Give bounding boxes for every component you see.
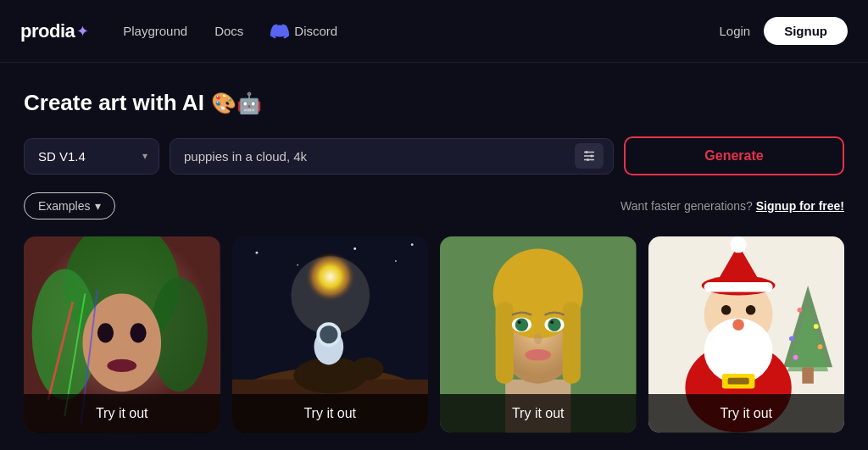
svg-point-46 (515, 318, 528, 331)
svg-point-12 (97, 323, 114, 342)
settings-button[interactable] (575, 143, 604, 169)
svg-point-50 (534, 333, 542, 345)
site-header: prodia✦ Playground Docs Discord Login Si… (0, 0, 868, 63)
model-select[interactable]: SD V1.4 SD V1.5 SD V2.1 Dreamshaper (24, 138, 159, 175)
image-grid: Try it out (24, 236, 844, 433)
try-it-out-4[interactable]: Try it out (648, 394, 845, 433)
svg-point-66 (730, 236, 746, 253)
examples-label: Examples (38, 199, 90, 213)
image-card-2[interactable]: Try it out (232, 236, 429, 433)
svg-point-20 (297, 264, 298, 266)
svg-rect-30 (320, 365, 329, 388)
svg-point-21 (353, 247, 356, 250)
examples-button[interactable]: Examples ▾ (24, 192, 115, 219)
svg-rect-75 (727, 378, 748, 385)
svg-point-3 (586, 151, 588, 153)
svg-point-33 (350, 358, 383, 381)
try-it-out-1[interactable]: Try it out (24, 394, 220, 433)
nav-playground[interactable]: Playground (123, 24, 187, 38)
svg-rect-29 (303, 365, 312, 388)
svg-point-73 (732, 319, 744, 331)
discord-label: Discord (294, 24, 337, 38)
login-button[interactable]: Login (719, 24, 750, 38)
header-actions: Login Signup (719, 17, 848, 45)
svg-point-13 (130, 323, 146, 342)
svg-point-69 (714, 330, 740, 342)
discord-icon (270, 22, 289, 41)
svg-point-19 (255, 252, 258, 254)
main-nav: Playground Docs Discord (123, 22, 719, 41)
svg-point-47 (548, 318, 560, 331)
prompt-wrapper (170, 138, 614, 175)
signup-free-link[interactable]: Signup for free! (756, 199, 844, 213)
try-it-out-2[interactable]: Try it out (232, 394, 429, 433)
image-card-1[interactable]: Try it out (24, 236, 220, 433)
logo[interactable]: prodia✦ (20, 20, 89, 42)
svg-rect-67 (704, 282, 772, 292)
hero-emojis: 🎨🤖 (211, 92, 262, 115)
svg-point-71 (721, 305, 731, 315)
main-content: Create art with AI 🎨🤖 SD V1.4 SD V1.5 SD… (0, 63, 868, 450)
image-card-3[interactable]: Try it out (440, 236, 637, 433)
svg-rect-43 (563, 302, 581, 383)
model-select-wrapper: SD V1.4 SD V1.5 SD V2.1 Dreamshaper ▾ (24, 138, 159, 175)
logo-star: ✦ (76, 22, 89, 41)
svg-point-49 (550, 320, 554, 324)
try-it-out-3[interactable]: Try it out (440, 394, 637, 433)
svg-point-22 (394, 260, 396, 262)
image-card-4[interactable]: Try it out (648, 236, 845, 433)
search-row: SD V1.4 SD V1.5 SD V2.1 Dreamshaper ▾ (24, 136, 844, 175)
logo-text: prodia (20, 20, 75, 42)
svg-point-5 (587, 158, 589, 161)
examples-chevron-icon: ▾ (95, 199, 101, 213)
svg-point-70 (737, 330, 763, 342)
svg-point-4 (591, 155, 593, 158)
nav-discord[interactable]: Discord (270, 22, 337, 41)
generate-button[interactable]: Generate (624, 136, 844, 175)
svg-rect-31 (331, 365, 340, 388)
svg-point-36 (320, 325, 337, 343)
nav-docs[interactable]: Docs (214, 24, 243, 38)
svg-point-48 (518, 320, 521, 324)
sliders-icon (581, 148, 597, 164)
prompt-input[interactable] (170, 138, 614, 175)
svg-point-72 (745, 305, 755, 315)
hero-title: Create art with AI 🎨🤖 (24, 90, 844, 116)
faster-text: Want faster generations? Signup for free… (620, 199, 844, 213)
svg-point-14 (107, 359, 136, 372)
svg-point-23 (410, 243, 413, 246)
svg-rect-42 (496, 302, 514, 383)
svg-point-51 (525, 349, 551, 361)
signup-button[interactable]: Signup (764, 17, 848, 45)
examples-row: Examples ▾ Want faster generations? Sign… (24, 192, 844, 219)
